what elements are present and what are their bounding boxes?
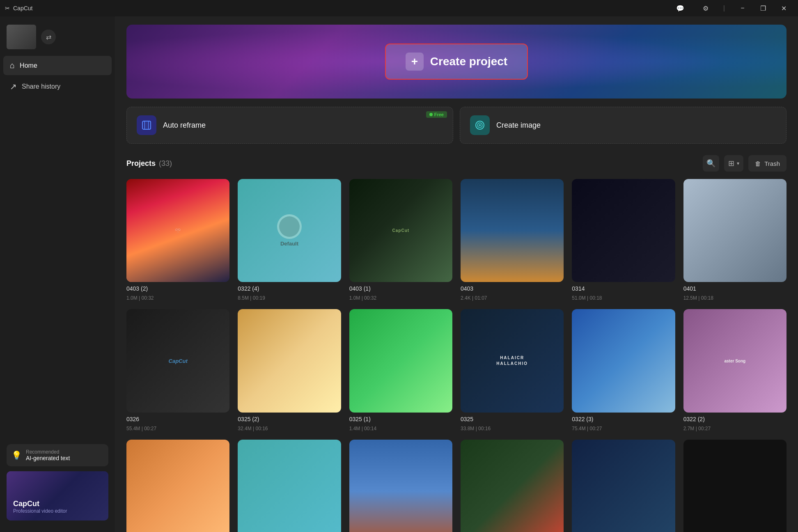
project-name: 0403 bbox=[461, 285, 564, 292]
project-thumbnail: CapCut bbox=[349, 179, 452, 282]
project-item[interactable]: 0314 51.0M | 00:18 bbox=[572, 179, 675, 301]
search-button[interactable]: 🔍 bbox=[703, 155, 719, 172]
thumb-content bbox=[572, 440, 675, 532]
create-project-label: Create project bbox=[430, 55, 507, 68]
project-name: 0322 (3) bbox=[572, 416, 675, 422]
chevron-down-icon: ▾ bbox=[737, 161, 739, 166]
recommended-text-area: Recommended AI-generated text bbox=[26, 449, 70, 461]
project-item[interactable]: 0403 2.4K | 01:07 bbox=[461, 179, 564, 301]
project-item[interactable]: 0325 (2) 32.4M | 00:16 bbox=[238, 309, 341, 431]
title-bar: ✂ CapCut 💬 ⚙ | − ❐ ✕ bbox=[0, 0, 798, 16]
project-item[interactable] bbox=[126, 440, 229, 532]
window-controls: − ❐ ✕ bbox=[733, 2, 793, 15]
project-thumbnail: CapCut bbox=[126, 309, 229, 412]
project-thumbnail bbox=[572, 179, 675, 282]
sidebar: ⇄ ⌂ Home ↗ Share history 💡 Recommended A… bbox=[0, 16, 115, 532]
project-item[interactable]: HALAICRHALLACHIO 0325 33.8M | 00:16 bbox=[461, 309, 564, 431]
create-image-label: Create image bbox=[496, 121, 541, 130]
create-image-icon bbox=[470, 115, 490, 135]
minimize-button[interactable]: − bbox=[733, 2, 752, 15]
project-item[interactable] bbox=[683, 440, 787, 532]
project-item[interactable] bbox=[349, 440, 452, 532]
sidebar-item-share-history[interactable]: ↗ Share history bbox=[3, 77, 112, 96]
close-button[interactable]: ✕ bbox=[774, 2, 793, 15]
project-name: 0403 (2) bbox=[126, 285, 229, 292]
avatar bbox=[7, 25, 36, 49]
project-item[interactable] bbox=[238, 440, 341, 532]
app-title: CapCut bbox=[13, 5, 32, 11]
project-item[interactable]: 🎌 0403 (2) 1.0M | 00:32 bbox=[126, 179, 229, 301]
lightbulb-icon: 💡 bbox=[11, 450, 22, 460]
promo-subtitle: Professional video editor bbox=[13, 508, 102, 514]
project-name: 0326 bbox=[126, 416, 229, 422]
restore-button[interactable]: ❐ bbox=[754, 2, 773, 15]
project-thumbnail: HALAICRHALLACHIO bbox=[461, 309, 564, 412]
thumb-content bbox=[683, 179, 787, 282]
app-logo-area: ✂ CapCut bbox=[5, 5, 32, 11]
project-meta: 75.4M | 00:27 bbox=[572, 426, 675, 431]
thumb-content bbox=[572, 179, 675, 282]
auto-reframe-icon bbox=[137, 115, 156, 135]
feature-cards: Auto reframe Free Create image bbox=[126, 107, 787, 144]
project-name: 0322 (2) bbox=[683, 416, 787, 422]
capcut-promo-card[interactable]: CapCut Professional video editor bbox=[7, 471, 108, 521]
auto-reframe-card[interactable]: Auto reframe Free bbox=[126, 107, 453, 144]
project-thumbnail bbox=[349, 440, 452, 532]
project-item[interactable] bbox=[461, 440, 564, 532]
promo-content: CapCut Professional video editor bbox=[13, 500, 102, 514]
project-meta: 32.4M | 00:16 bbox=[238, 426, 341, 431]
recommended-card[interactable]: 💡 Recommended AI-generated text bbox=[7, 444, 108, 466]
sidebar-item-home[interactable]: ⌂ Home bbox=[3, 56, 112, 75]
project-item[interactable]: CapCut 0326 55.4M | 00:27 bbox=[126, 309, 229, 431]
project-item[interactable]: 0401 12.5M | 00:18 bbox=[683, 179, 787, 301]
project-thumbnail bbox=[461, 179, 564, 282]
promo-title: CapCut bbox=[13, 500, 102, 508]
free-badge-dot bbox=[429, 113, 433, 116]
projects-count: (33) bbox=[159, 159, 172, 168]
thumb-content: CapCut bbox=[126, 309, 229, 412]
project-thumbnail bbox=[126, 440, 229, 532]
auto-reframe-label: Auto reframe bbox=[163, 121, 206, 130]
thumb-content: 🎌 bbox=[126, 179, 229, 282]
project-thumbnail bbox=[238, 440, 341, 532]
settings-button[interactable]: ⚙ bbox=[696, 2, 715, 15]
trash-label: Trash bbox=[764, 160, 780, 167]
feedback-button[interactable]: 💬 bbox=[671, 2, 690, 15]
thumb-content bbox=[238, 440, 341, 532]
project-meta: 2.7M | 00:27 bbox=[683, 426, 787, 431]
thumb-content bbox=[461, 179, 564, 282]
project-item[interactable]: CapCut 0403 (1) 1.0M | 00:32 bbox=[349, 179, 452, 301]
thumb-content bbox=[349, 309, 452, 412]
recommended-label: Recommended bbox=[26, 449, 70, 455]
project-item[interactable]: Default 0322 (4) 8.5M | 00:19 bbox=[238, 179, 341, 301]
project-item[interactable]: 0322 (3) 75.4M | 00:27 bbox=[572, 309, 675, 431]
project-meta: 12.5M | 00:18 bbox=[683, 295, 787, 301]
project-meta: 55.4M | 00:27 bbox=[126, 426, 229, 431]
trash-button[interactable]: 🗑 Trash bbox=[748, 155, 787, 172]
project-item[interactable]: aster Song 0322 (2) 2.7M | 00:27 bbox=[683, 309, 787, 431]
project-thumbnail: aster Song bbox=[683, 309, 787, 412]
free-badge: Free bbox=[426, 111, 447, 118]
create-image-card[interactable]: Create image bbox=[460, 107, 787, 144]
account-switch-button[interactable]: ⇄ bbox=[41, 30, 56, 44]
projects-title-area: Projects (33) bbox=[126, 159, 172, 168]
project-item[interactable] bbox=[572, 440, 675, 532]
free-badge-text: Free bbox=[434, 112, 444, 117]
project-meta: 1.0M | 00:32 bbox=[126, 295, 229, 301]
thumb-content: aster Song bbox=[683, 309, 787, 412]
sidebar-nav: ⌂ Home ↗ Share history bbox=[0, 56, 115, 96]
create-project-button[interactable]: + Create project bbox=[385, 44, 528, 80]
project-thumbnail bbox=[572, 309, 675, 412]
project-thumbnail bbox=[238, 309, 341, 412]
projects-actions: 🔍 ⊞ ▾ 🗑 Trash bbox=[703, 155, 787, 172]
project-meta: 1.4M | 00:14 bbox=[349, 426, 452, 431]
thumb-content bbox=[683, 440, 787, 532]
account-section: ⇄ bbox=[0, 21, 115, 56]
hero-banner: + Create project bbox=[126, 25, 787, 99]
project-item[interactable]: 0325 (1) 1.4M | 00:14 bbox=[349, 309, 452, 431]
trash-icon: 🗑 bbox=[755, 160, 761, 167]
project-thumbnail bbox=[572, 440, 675, 532]
ai-text-label: AI-generated text bbox=[26, 455, 70, 461]
view-toggle-button[interactable]: ⊞ ▾ bbox=[724, 155, 743, 172]
thumb-content: CapCut bbox=[349, 179, 452, 282]
